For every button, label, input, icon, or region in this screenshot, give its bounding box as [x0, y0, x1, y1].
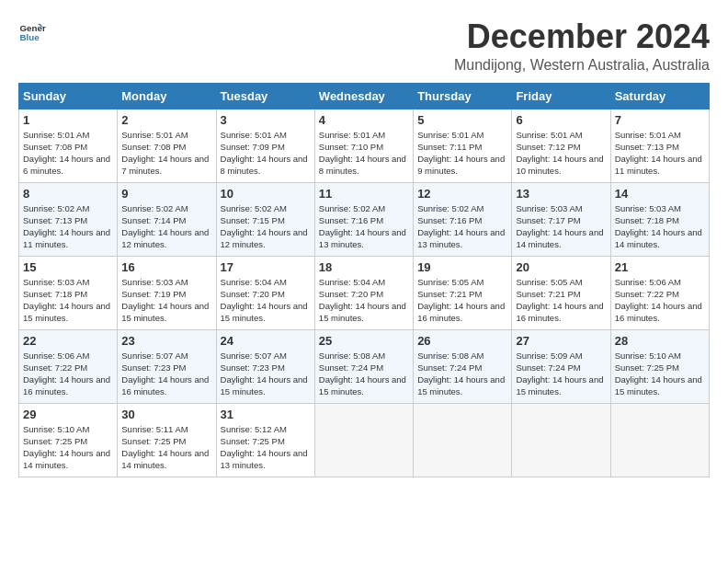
- day-number: 9: [121, 187, 211, 201]
- day-info: Sunrise: 5:02 AMSunset: 7:16 PMDaylight:…: [417, 202, 507, 251]
- calendar-cell: 8Sunrise: 5:02 AMSunset: 7:13 PMDaylight…: [19, 182, 118, 256]
- calendar-cell: 2Sunrise: 5:01 AMSunset: 7:08 PMDaylight…: [118, 109, 216, 182]
- calendar-cell: 28Sunrise: 5:10 AMSunset: 7:25 PMDayligh…: [610, 329, 709, 403]
- day-info: Sunrise: 5:05 AMSunset: 7:21 PMDaylight:…: [516, 276, 606, 325]
- day-info: Sunrise: 5:09 AMSunset: 7:24 PMDaylight:…: [516, 350, 606, 398]
- day-number: 12: [417, 187, 507, 201]
- calendar-cell: 4Sunrise: 5:01 AMSunset: 7:10 PMDaylight…: [314, 109, 413, 182]
- day-number: 7: [615, 113, 705, 127]
- day-info: Sunrise: 5:01 AMSunset: 7:13 PMDaylight:…: [615, 129, 705, 178]
- calendar-cell: 29Sunrise: 5:10 AMSunset: 7:25 PMDayligh…: [19, 403, 118, 477]
- calendar-cell: 9Sunrise: 5:02 AMSunset: 7:14 PMDaylight…: [118, 182, 216, 256]
- day-info: Sunrise: 5:03 AMSunset: 7:17 PMDaylight:…: [516, 202, 606, 251]
- calendar-cell: 18Sunrise: 5:04 AMSunset: 7:20 PMDayligh…: [314, 256, 413, 329]
- day-info: Sunrise: 5:02 AMSunset: 7:16 PMDaylight:…: [319, 202, 409, 251]
- title-block: December 2024 Mundijong, Western Austral…: [454, 18, 710, 74]
- day-number: 21: [615, 260, 705, 274]
- day-info: Sunrise: 5:02 AMSunset: 7:14 PMDaylight:…: [121, 202, 211, 251]
- logo-icon: General Blue: [18, 18, 46, 46]
- day-info: Sunrise: 5:04 AMSunset: 7:20 PMDaylight:…: [221, 276, 311, 325]
- day-number: 1: [23, 113, 113, 127]
- day-info: Sunrise: 5:10 AMSunset: 7:25 PMDaylight:…: [615, 350, 705, 398]
- calendar-cell: 5Sunrise: 5:01 AMSunset: 7:11 PMDaylight…: [414, 109, 512, 182]
- day-info: Sunrise: 5:01 AMSunset: 7:08 PMDaylight:…: [23, 129, 113, 178]
- day-info: Sunrise: 5:02 AMSunset: 7:13 PMDaylight:…: [23, 202, 113, 251]
- calendar-cell: 7Sunrise: 5:01 AMSunset: 7:13 PMDaylight…: [610, 109, 709, 182]
- calendar-cell: 15Sunrise: 5:03 AMSunset: 7:18 PMDayligh…: [19, 256, 118, 329]
- calendar-cell: [610, 403, 709, 477]
- calendar-cell: 31Sunrise: 5:12 AMSunset: 7:25 PMDayligh…: [216, 403, 314, 477]
- day-info: Sunrise: 5:05 AMSunset: 7:21 PMDaylight:…: [417, 276, 507, 325]
- calendar-cell: 30Sunrise: 5:11 AMSunset: 7:25 PMDayligh…: [118, 403, 216, 477]
- day-number: 26: [417, 334, 507, 348]
- day-number: 8: [23, 187, 113, 201]
- day-info: Sunrise: 5:11 AMSunset: 7:25 PMDaylight:…: [121, 423, 211, 472]
- col-header-sunday: Sunday: [19, 83, 118, 109]
- calendar-cell: 6Sunrise: 5:01 AMSunset: 7:12 PMDaylight…: [512, 109, 610, 182]
- calendar-week-3: 15Sunrise: 5:03 AMSunset: 7:18 PMDayligh…: [19, 256, 710, 329]
- day-info: Sunrise: 5:02 AMSunset: 7:15 PMDaylight:…: [221, 202, 311, 251]
- calendar-cell: 12Sunrise: 5:02 AMSunset: 7:16 PMDayligh…: [414, 182, 512, 256]
- col-header-saturday: Saturday: [610, 83, 709, 109]
- day-info: Sunrise: 5:08 AMSunset: 7:24 PMDaylight:…: [417, 350, 507, 398]
- month-title: December 2024: [454, 18, 710, 55]
- calendar-cell: [314, 403, 413, 477]
- day-info: Sunrise: 5:04 AMSunset: 7:20 PMDaylight:…: [319, 276, 409, 325]
- calendar-cell: 22Sunrise: 5:06 AMSunset: 7:22 PMDayligh…: [19, 329, 118, 403]
- calendar-cell: 14Sunrise: 5:03 AMSunset: 7:18 PMDayligh…: [610, 182, 709, 256]
- day-number: 17: [221, 260, 311, 274]
- col-header-friday: Friday: [512, 83, 610, 109]
- day-number: 22: [23, 334, 113, 348]
- day-number: 29: [23, 408, 113, 421]
- calendar-cell: 1Sunrise: 5:01 AMSunset: 7:08 PMDaylight…: [19, 109, 118, 182]
- calendar-cell: 20Sunrise: 5:05 AMSunset: 7:21 PMDayligh…: [512, 256, 610, 329]
- day-info: Sunrise: 5:06 AMSunset: 7:22 PMDaylight:…: [615, 276, 705, 325]
- calendar-cell: 19Sunrise: 5:05 AMSunset: 7:21 PMDayligh…: [414, 256, 512, 329]
- day-number: 14: [615, 187, 705, 201]
- day-number: 28: [615, 334, 705, 348]
- calendar-cell: 26Sunrise: 5:08 AMSunset: 7:24 PMDayligh…: [414, 329, 512, 403]
- calendar-week-1: 1Sunrise: 5:01 AMSunset: 7:08 PMDaylight…: [19, 109, 710, 182]
- calendar-cell: 17Sunrise: 5:04 AMSunset: 7:20 PMDayligh…: [216, 256, 314, 329]
- day-number: 2: [121, 113, 211, 127]
- calendar-cell: 13Sunrise: 5:03 AMSunset: 7:17 PMDayligh…: [512, 182, 610, 256]
- calendar-cell: [512, 403, 610, 477]
- calendar-cell: 16Sunrise: 5:03 AMSunset: 7:19 PMDayligh…: [118, 256, 216, 329]
- day-number: 15: [23, 260, 113, 274]
- col-header-monday: Monday: [118, 83, 216, 109]
- day-info: Sunrise: 5:08 AMSunset: 7:24 PMDaylight:…: [319, 350, 409, 398]
- calendar-cell: [414, 403, 512, 477]
- col-header-tuesday: Tuesday: [216, 83, 314, 109]
- day-number: 16: [121, 260, 211, 274]
- day-number: 20: [516, 260, 606, 274]
- day-number: 5: [417, 113, 507, 127]
- day-info: Sunrise: 5:01 AMSunset: 7:10 PMDaylight:…: [319, 129, 409, 178]
- col-header-thursday: Thursday: [414, 83, 512, 109]
- location-title: Mundijong, Western Australia, Australia: [454, 57, 710, 74]
- day-info: Sunrise: 5:07 AMSunset: 7:23 PMDaylight:…: [221, 350, 311, 398]
- calendar-cell: 24Sunrise: 5:07 AMSunset: 7:23 PMDayligh…: [216, 329, 314, 403]
- day-number: 18: [319, 260, 409, 274]
- calendar-table: SundayMondayTuesdayWednesdayThursdayFrid…: [18, 83, 710, 477]
- day-info: Sunrise: 5:06 AMSunset: 7:22 PMDaylight:…: [23, 350, 113, 398]
- day-number: 30: [121, 408, 211, 421]
- calendar-cell: 27Sunrise: 5:09 AMSunset: 7:24 PMDayligh…: [512, 329, 610, 403]
- calendar-cell: 23Sunrise: 5:07 AMSunset: 7:23 PMDayligh…: [118, 329, 216, 403]
- calendar-week-2: 8Sunrise: 5:02 AMSunset: 7:13 PMDaylight…: [19, 182, 710, 256]
- header-row: SundayMondayTuesdayWednesdayThursdayFrid…: [19, 83, 710, 109]
- col-header-wednesday: Wednesday: [314, 83, 413, 109]
- day-number: 11: [319, 187, 409, 201]
- page-header: General Blue December 2024 Mundijong, We…: [18, 18, 710, 74]
- day-number: 27: [516, 334, 606, 348]
- svg-text:General: General: [20, 23, 47, 33]
- day-info: Sunrise: 5:03 AMSunset: 7:19 PMDaylight:…: [121, 276, 211, 325]
- day-info: Sunrise: 5:10 AMSunset: 7:25 PMDaylight:…: [23, 423, 113, 472]
- calendar-cell: 21Sunrise: 5:06 AMSunset: 7:22 PMDayligh…: [610, 256, 709, 329]
- day-number: 23: [121, 334, 211, 348]
- svg-text:Blue: Blue: [20, 32, 40, 42]
- day-info: Sunrise: 5:01 AMSunset: 7:11 PMDaylight:…: [417, 129, 507, 178]
- day-number: 3: [221, 113, 311, 127]
- day-number: 10: [221, 187, 311, 201]
- day-info: Sunrise: 5:03 AMSunset: 7:18 PMDaylight:…: [615, 202, 705, 251]
- day-number: 13: [516, 187, 606, 201]
